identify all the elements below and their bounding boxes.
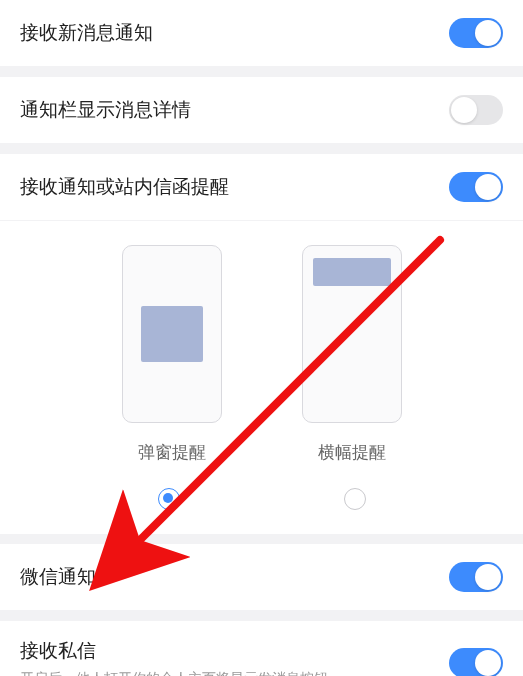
setting-dm: 接收私信 开启后，他人打开你的个人主页将显示发消息按钮 (0, 621, 523, 676)
mock-banner-block (313, 258, 391, 286)
preview-popup[interactable]: 弹窗提醒 (122, 245, 222, 464)
setting-in-mail: 接收通知或站内信函提醒 (0, 154, 523, 221)
toggle-new-message[interactable] (449, 18, 503, 48)
toggle-knob (451, 97, 477, 123)
section-gap (0, 534, 523, 544)
setting-label: 接收私信 (20, 639, 328, 664)
toggle-in-mail[interactable] (449, 172, 503, 202)
section-gap (0, 611, 523, 621)
preview-banner-label: 横幅提醒 (318, 441, 386, 464)
radio-banner[interactable] (344, 488, 366, 510)
toggle-dm[interactable] (449, 648, 503, 676)
setting-label: 接收新消息通知 (20, 21, 153, 46)
phone-mock-banner (302, 245, 402, 423)
setting-wechat: 微信通知 (0, 544, 523, 611)
preview-banner[interactable]: 横幅提醒 (302, 245, 402, 464)
toggle-show-detail[interactable] (449, 95, 503, 125)
notification-style-radios (0, 476, 523, 534)
radio-popup[interactable] (158, 488, 180, 510)
setting-sublabel: 开启后，他人打开你的个人主页将显示发消息按钮 (20, 670, 328, 676)
phone-mock-popup (122, 245, 222, 423)
setting-text-col: 接收私信 开启后，他人打开你的个人主页将显示发消息按钮 (20, 639, 328, 676)
toggle-wechat[interactable] (449, 562, 503, 592)
section-gap (0, 144, 523, 154)
notification-style-previews: 弹窗提醒 横幅提醒 (0, 221, 523, 476)
setting-new-message: 接收新消息通知 (0, 0, 523, 67)
setting-label: 通知栏显示消息详情 (20, 98, 191, 123)
mock-popup-block (141, 306, 203, 362)
setting-show-detail: 通知栏显示消息详情 (0, 77, 523, 144)
toggle-knob (475, 564, 501, 590)
preview-popup-label: 弹窗提醒 (138, 441, 206, 464)
toggle-knob (475, 20, 501, 46)
setting-label: 微信通知 (20, 565, 96, 590)
toggle-knob (475, 174, 501, 200)
setting-label: 接收通知或站内信函提醒 (20, 175, 229, 200)
toggle-knob (475, 650, 501, 676)
section-gap (0, 67, 523, 77)
